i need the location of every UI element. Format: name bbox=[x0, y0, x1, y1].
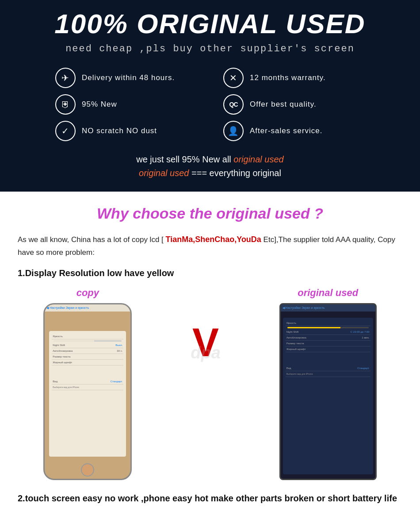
screen-row-textsize: Размер текста bbox=[52, 354, 123, 360]
checkmark-icon: ✓ bbox=[55, 121, 76, 141]
why-title: Why choose the original used ? bbox=[18, 205, 402, 222]
screen-row-brightness: Яркость bbox=[52, 334, 123, 339]
screen-row-dark-extra: Выберите вид для iPhone bbox=[286, 371, 370, 377]
main-title: 100% ORIGINAL USED bbox=[27, 9, 393, 39]
screen-row-view: ВидСтандарт. bbox=[52, 379, 123, 385]
v-checkmark-container: V dpa bbox=[192, 287, 219, 362]
feature-delivery-text: Delivery within 48 hours. bbox=[82, 73, 175, 82]
original-phone-image: ◀ Настройки Экран и яркость Яркость Nigh… bbox=[279, 303, 377, 480]
copy-column: copy ◀ Настройки Экран и яркость Яркость… bbox=[43, 287, 132, 480]
tagline-2-highlight1: original used bbox=[139, 168, 189, 178]
section-2-title: 2.touch screen easy no work ,phone easy … bbox=[18, 493, 402, 504]
screen-row-dark-autolock: Автоблокировка1 мин. bbox=[286, 335, 370, 341]
screen-row-nightshift: Night ShiftВыкл. bbox=[52, 342, 123, 348]
screen-row-extra: Выберите вид для iPhone bbox=[52, 385, 123, 390]
feature-new-text: 95% New bbox=[82, 100, 117, 109]
screen-row-dark-nightshift: Night ShiftС 22:00 до 7:00 bbox=[286, 329, 370, 335]
brightness-slider-original bbox=[287, 327, 369, 328]
screen-row-dark-textsize: Размер текста bbox=[286, 341, 370, 346]
feature-noscratch: ✓ NO scratch NO dust bbox=[55, 121, 197, 141]
feature-new: ⛨ 95% New bbox=[55, 94, 197, 115]
bottom-section: Why choose the original used ? As we all… bbox=[0, 192, 420, 517]
original-column: original used ◀ Настройки Экран и яркост… bbox=[279, 287, 377, 480]
qc-icon: QC bbox=[223, 94, 244, 115]
tagline-1-highlight: original used bbox=[233, 154, 283, 164]
copy-phone-image: ◀ Настройки Экран и яркость Яркость Nigh… bbox=[43, 303, 132, 480]
copy-label: copy bbox=[76, 287, 99, 299]
original-phone-screen: Яркость Night ShiftС 22:00 до 7:00 Автоб… bbox=[283, 318, 373, 474]
feature-warranty: ✕ 12 months warranty. bbox=[223, 68, 365, 88]
shield-icon: ⛨ bbox=[55, 94, 76, 115]
feature-delivery: ✈ Delivery within 48 hours. bbox=[55, 68, 197, 88]
feature-quality-text: Offer best quality. bbox=[250, 100, 317, 109]
tagline-1: we just sell 95% New all original used bbox=[27, 154, 393, 165]
screen-row-dark-view: ВидСтандарт. bbox=[286, 365, 370, 371]
top-banner: 100% ORIGINAL USED need cheap ,pls buy o… bbox=[0, 0, 420, 192]
plane-icon: ✈ bbox=[55, 68, 76, 88]
subtitle: need cheap ,pls buy other supplier's scr… bbox=[27, 43, 393, 54]
section-1-title: 1.Display Resolution low have yellow bbox=[18, 268, 402, 278]
tagline-2: original used === everything original bbox=[27, 168, 393, 178]
feature-warranty-text: 12 months warranty. bbox=[250, 73, 326, 82]
copy-screen-header: ◀ Настройки Экран и яркость bbox=[45, 304, 130, 312]
watermark: dpa bbox=[191, 343, 221, 362]
original-label: original used bbox=[298, 287, 358, 299]
original-screen-header: ◀ Настройки Экран и яркость bbox=[281, 304, 375, 312]
brightness-slider-copy bbox=[53, 340, 122, 342]
cross-icon: ✕ bbox=[223, 68, 244, 88]
tagline-1-plain: we just sell 95% New all bbox=[136, 154, 233, 164]
screen-row-dark-brightness: Яркость bbox=[286, 320, 370, 326]
tagline-2-plain: === everything original bbox=[189, 168, 281, 178]
intro-paragraph: As we all know, China has a lot of copy … bbox=[18, 233, 402, 259]
screen-row-boldfont: Жирный шрифт bbox=[52, 360, 123, 365]
comparison-row: copy ◀ Настройки Экран и яркость Яркость… bbox=[18, 287, 402, 480]
feature-quality: QC Offer best quality. bbox=[223, 94, 365, 115]
feature-noscratch-text: NO scratch NO dust bbox=[82, 127, 157, 135]
features-grid: ✈ Delivery within 48 hours. ✕ 12 months … bbox=[55, 68, 365, 141]
brand-names: TianMa,ShenChao,YouDa bbox=[166, 235, 261, 244]
person-icon: 👤 bbox=[223, 121, 244, 141]
screen-row-autolock: Автоблокировка30 с. bbox=[52, 348, 123, 354]
feature-aftersales: 👤 After-sales service. bbox=[223, 121, 365, 141]
intro-text-1: As we all know, China has a lot of copy … bbox=[18, 235, 166, 244]
copy-phone-screen: Яркость Night ShiftВыкл. Автоблокировка3… bbox=[49, 331, 126, 457]
copy-home-button bbox=[81, 463, 94, 477]
screen-row-dark-boldfont: Жирный шрифт bbox=[286, 346, 370, 352]
feature-aftersales-text: After-sales service. bbox=[250, 127, 323, 135]
